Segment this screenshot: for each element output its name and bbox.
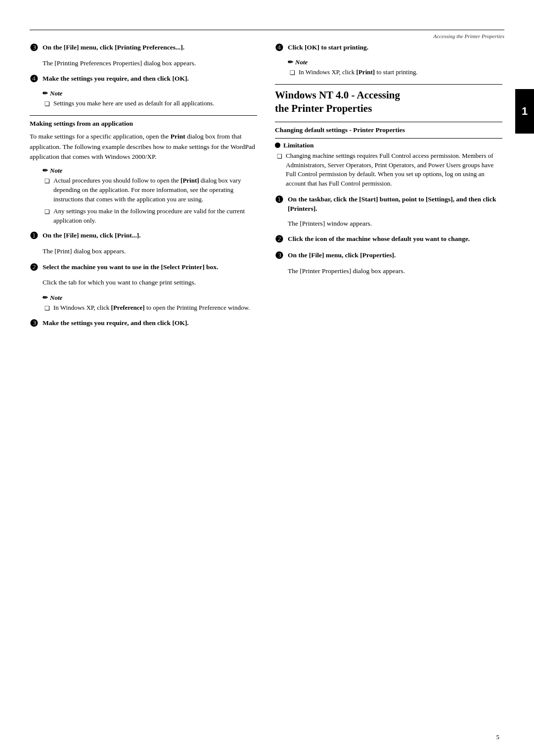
- step3-label: On the [File] menu, click [Printing Pref…: [43, 43, 184, 52]
- stepr1-num: ❶: [275, 195, 286, 205]
- note3-icon: ✏: [43, 294, 48, 302]
- note2-item2: ❑ Any settings you make in the following…: [44, 207, 257, 226]
- step1-label: On the [File] menu, click [Print...].: [43, 231, 141, 240]
- note4-checkbox: ❑: [290, 69, 297, 77]
- step3b-label: Make the settings you require, and then …: [43, 319, 189, 328]
- note4-icon: ✏: [288, 58, 293, 66]
- step3-line: ❸ On the [File] menu, click [Printing Pr…: [30, 43, 257, 53]
- step1-line: ❶ On the [File] menu, click [Print...].: [30, 231, 257, 241]
- note3-text1: In Windows XP, click [Preference] to ope…: [53, 303, 250, 313]
- step4top-num: ❹: [30, 74, 41, 85]
- note1-checkbox: ❑: [44, 100, 51, 108]
- section-rule3: [275, 138, 502, 139]
- note2-checkbox2: ❑: [44, 208, 51, 216]
- right-subsection-text: Changing default settings - Printer Prop…: [275, 126, 405, 134]
- note4-item1: ❑ In Windows XP, click [Print] to start …: [290, 68, 502, 77]
- step4top-label: Make the settings you require, and then …: [43, 74, 189, 84]
- note1-title: ✏ Note: [43, 90, 257, 97]
- note4: ✏ Note ❑ In Windows XP, click [Print] to…: [288, 58, 502, 77]
- note4-text1: In Windows XP, click [Print] to start pr…: [299, 68, 418, 77]
- step3-num: ❸: [30, 43, 41, 53]
- section-rule2: [275, 122, 502, 122]
- step2-num: ❷: [30, 263, 41, 273]
- stepr1-line: ❶ On the taskbar, click the [Start] butt…: [275, 195, 502, 214]
- note2-text1: Actual procedures you should follow to o…: [53, 176, 257, 204]
- header-text: Accessing the Printer Properties: [434, 33, 504, 39]
- stepr3-line: ❸ On the [File] menu, click [Properties]…: [275, 251, 502, 261]
- tab-marker-text: 1: [522, 105, 528, 118]
- tab-marker: 1: [515, 89, 534, 134]
- note2-text2: Any settings you make in the following p…: [53, 207, 257, 226]
- stepr2-label: Click the icon of the machine whose defa…: [288, 235, 470, 244]
- step2-line: ❷ Select the machine you want to use in …: [30, 263, 257, 273]
- limitation-title: Limitation: [275, 142, 502, 149]
- note1: ✏ Note ❑ Settings you make here are used…: [43, 90, 257, 108]
- limitation-checkbox: ❑: [277, 152, 284, 161]
- stepr3-body: The [Printer Properties] dialog box appe…: [288, 266, 502, 276]
- note1-title-text: Note: [50, 90, 62, 97]
- two-columns: ❸ On the [File] menu, click [Printing Pr…: [0, 43, 534, 334]
- note3-title: ✏ Note: [43, 294, 257, 302]
- limitation-item: ❑ Changing machine settings requires Ful…: [277, 151, 502, 189]
- right-subsection-heading: Changing default settings - Printer Prop…: [275, 126, 502, 134]
- section-rule-right: [275, 84, 502, 85]
- section-rule1: [30, 115, 257, 116]
- note3-item1: ❑ In Windows XP, click [Preference] to o…: [44, 303, 257, 313]
- note3: ✏ Note ❑ In Windows XP, click [Preferenc…: [43, 294, 257, 313]
- stepr3-num: ❸: [275, 251, 286, 261]
- note2-item1: ❑ Actual procedures you should follow to…: [44, 176, 257, 204]
- step4right-line: ❹ Click [OK] to start printing.: [275, 43, 502, 53]
- limitation-body: Changing machine settings requires Full …: [286, 151, 502, 189]
- header-bar: Accessing the Printer Properties: [0, 30, 534, 43]
- note2-checkbox1: ❑: [44, 177, 51, 186]
- left-column: ❸ On the [File] menu, click [Printing Pr…: [30, 43, 257, 334]
- note1-text1: Settings you make here are used as defau…: [53, 99, 214, 108]
- note3-checkbox: ❑: [44, 304, 51, 313]
- step2-body: Click the tab for which you want to chan…: [43, 278, 257, 287]
- step4top-line: ❹ Make the settings you require, and the…: [30, 74, 257, 85]
- limitation-dot: [275, 142, 280, 148]
- big-title: Windows NT 4.0 - Accessing the Printer P…: [275, 89, 502, 115]
- step2-label: Select the machine you want to use in th…: [43, 263, 218, 272]
- step3b-num: ❸: [30, 319, 41, 329]
- note1-item1: ❑ Settings you make here are used as def…: [44, 99, 257, 108]
- step1-body: The [Print] dialog box appears.: [43, 246, 257, 256]
- note4-title-text: Note: [295, 58, 308, 66]
- limitation-title-text: Limitation: [283, 142, 314, 149]
- subsection-heading: Making settings from an application: [30, 120, 257, 128]
- step3b-line: ❸ Make the settings you require, and the…: [30, 319, 257, 329]
- step4right-num: ❹: [275, 43, 286, 53]
- stepr3-label: On the [File] menu, click [Properties].: [288, 251, 396, 260]
- note3-title-text: Note: [50, 294, 62, 302]
- note2: ✏ Note ❑ Actual procedures you should fo…: [43, 167, 257, 225]
- note2-title-text: Note: [50, 167, 62, 175]
- stepr2-line: ❷ Click the icon of the machine whose de…: [275, 235, 502, 245]
- step3-body: The [Printing Preferences Properties] di…: [43, 58, 257, 68]
- big-title-line2: the Printer Properties: [275, 102, 372, 114]
- step4right-label: Click [OK] to start printing.: [288, 43, 368, 52]
- note2-icon: ✏: [43, 167, 48, 175]
- big-title-line1: Windows NT 4.0 - Accessing: [275, 89, 400, 101]
- stepr1-label: On the taskbar, click the [Start] button…: [288, 195, 502, 214]
- stepr2-num: ❷: [275, 235, 286, 245]
- page-number: 5: [496, 733, 500, 741]
- body-para: To make settings for a specific applicat…: [30, 132, 257, 162]
- page: Accessing the Printer Properties 1 ❸ On …: [0, 0, 534, 756]
- stepr1-body: The [Printers] window appears.: [288, 219, 502, 229]
- note2-title: ✏ Note: [43, 167, 257, 175]
- note4-title: ✏ Note: [288, 58, 502, 66]
- step1-num: ❶: [30, 231, 41, 241]
- note1-icon: ✏: [43, 90, 48, 97]
- right-column: ❹ Click [OK] to start printing. ✏ Note ❑…: [275, 43, 502, 334]
